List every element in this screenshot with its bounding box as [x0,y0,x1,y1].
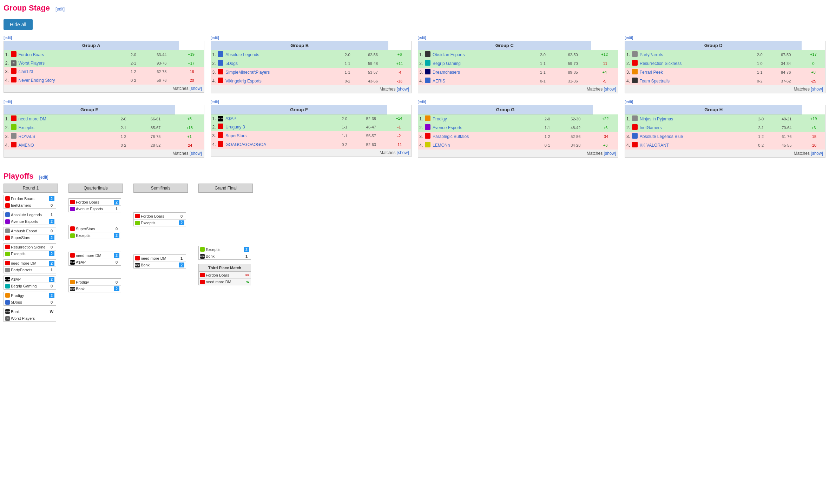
match-team-name: InetGamers [11,203,31,207]
team-name[interactable]: Fordon Boars [17,50,123,59]
team-name[interactable]: Ninjas in Pyjamas [638,114,751,124]
team-name[interactable]: Paraplegic Buffalos [431,132,536,141]
group-team-row: 1.Fordon Boars2-063-44+19 [4,50,204,59]
team-diff: +6 [593,141,618,150]
match-team-name: Exceptis [76,233,91,238]
match-box: need more DM2PartyParrots1 [4,259,56,273]
team-diff: +4 [591,68,618,77]
team-logo-cell [631,132,638,141]
team-name[interactable]: GOAGOAGOAOGOA [224,140,334,149]
team-name[interactable]: Team Spectralis [638,77,749,85]
team-name[interactable]: ROYALS [17,132,111,141]
team-diff: +22 [593,114,618,124]
match-team-name: need more DM [76,253,101,258]
page-container: Group Stage [edit] Hide all [edit]Group … [4,4,825,322]
team-record: 0-2 [749,77,770,85]
matches-row[interactable]: Matches [show] [4,150,204,158]
team-logo-cell [217,122,224,131]
match-score: 2 [114,200,119,205]
hide-all-button[interactable]: Hide all [4,19,33,30]
team-name[interactable]: Prodigy [431,114,536,124]
match-box: Resurrection Sickne0Exceptis2 [4,243,56,257]
team-name[interactable]: Worst Players [17,59,123,67]
third-place-team1-name: Fordon Boars [206,273,229,277]
team-name[interactable]: 5Dogs [224,59,337,68]
team-logo-cell [631,123,638,132]
match-team-name: Fordon Boars [76,200,99,204]
team-name[interactable]: Never Ending Story [17,76,123,85]
team-name[interactable]: SimpleMinecraftPlayers [224,68,337,77]
team-rank: 1. [211,114,217,123]
team-name[interactable]: Begrip Gaming [431,59,531,68]
team-record: 0-2 [751,141,771,150]
group-card-7: [edit]Group H1.Ninjas in Pyjamas2-040-21… [625,100,825,158]
team-record: 2-1 [111,123,136,132]
group-edit-4[interactable]: [edit] [4,100,204,104]
match-score: 1 [244,254,249,258]
team-name[interactable]: Exceptis [17,123,111,132]
match-score: 0 [179,214,184,218]
team-name[interactable]: Avenue Esports [431,123,536,132]
team-record: 2-0 [334,114,355,123]
matches-row[interactable]: Matches [show] [625,150,825,158]
team-score: 62-50 [555,50,591,59]
group-edit-3[interactable]: [edit] [625,35,825,40]
team-score: 40-21 [771,114,802,124]
team-name[interactable]: KK VALORANT [638,141,751,150]
group-team-row: 1.Absolute Legends2-062-56+6 [211,50,411,59]
team-rank: 2. [4,59,10,67]
title-edit-link[interactable]: [edit] [55,7,65,12]
team-name[interactable]: AMENO [17,141,111,150]
group-edit-5[interactable]: [edit] [211,100,412,104]
group-edit-1[interactable]: [edit] [211,35,412,40]
matches-row[interactable]: Matches [show] [418,85,618,93]
match-box: Absolute Legends1Avenue Esports2 [4,211,56,225]
matches-row[interactable]: Matches [show] [4,85,204,93]
match-team-name: Avenue Esports [76,207,103,211]
group-edit-7[interactable]: [edit] [625,100,825,104]
team-name[interactable]: A$AP [224,114,334,123]
team-diff: -5 [591,77,618,85]
matches-row[interactable]: Matches [show] [211,149,411,157]
match-score: 1 [49,268,54,272]
match-box: Fordon Boars2InetGamers0 [4,195,56,209]
team-name[interactable]: need more DM [17,114,111,124]
team-name[interactable]: Absolute Legends Blue [638,132,751,141]
team-name[interactable]: Dreamchasers [431,68,531,77]
team-logo-cell [217,59,224,68]
matches-row[interactable]: Matches [show] [625,85,825,93]
team-name[interactable]: Uruguay 3 [224,122,334,131]
team-name[interactable]: Obsidian Esports [431,50,531,59]
team-name[interactable]: Resurrection Sickness [638,59,749,68]
team-name[interactable]: PartyParrots [638,50,749,59]
team-diff: -4 [388,68,411,77]
match-score: 2 [49,235,54,240]
match-team-row: Fordon Boars2 [69,199,121,205]
group-team-row: 4.Never Ending Story0-256-76-20 [4,76,204,85]
match-team-name: PartyParrots [11,268,32,272]
group-edit-2[interactable]: [edit] [418,35,619,40]
team-record: 1-1 [531,68,555,77]
team-name[interactable]: Ferrari Peek [638,68,749,77]
match-team-row: Exceptis2 [199,246,251,253]
team-name[interactable]: AERIS [431,77,531,85]
team-name[interactable]: Absolute Legends [224,50,337,59]
team-name[interactable]: SuperStars [224,131,334,140]
group-edit-6[interactable]: [edit] [418,100,619,104]
team-name[interactable]: Vikingekrig Esports [224,77,337,85]
match-team-name: Fordon Boars [141,214,164,218]
playoffs-edit-link[interactable]: [edit] [39,175,48,180]
team-name[interactable]: InetGamers [638,123,751,132]
team-diff: -15 [802,132,825,141]
team-name[interactable]: clan123 [17,67,123,76]
team-score: 84-76 [770,68,802,77]
match-team-name: Bonk [76,287,85,291]
group-team-row: 3.SuperStars1-155-57-2 [211,131,411,140]
matches-row[interactable]: Matches [show] [211,85,411,93]
round1-header: Round 1 [4,184,58,193]
team-score: 56-76 [145,76,179,85]
group-edit-0[interactable]: [edit] [4,35,204,40]
group-team-row: 1.PartyParrots2-067-50+17 [625,50,825,59]
team-name[interactable]: LEMONn [431,141,536,150]
matches-row[interactable]: Matches [show] [418,150,618,158]
